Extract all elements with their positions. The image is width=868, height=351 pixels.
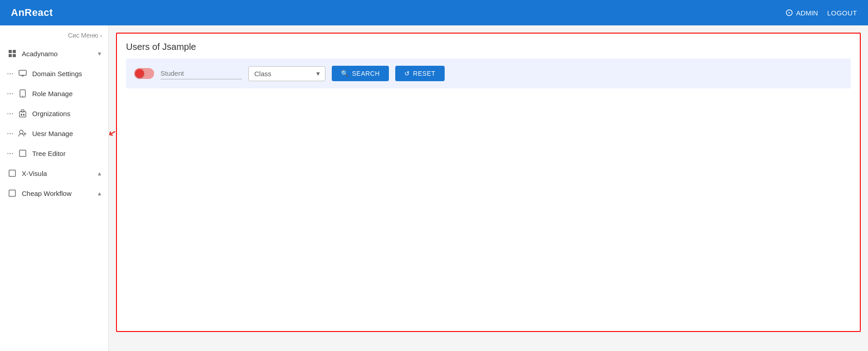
- tablet-icon: [18, 88, 28, 98]
- account-circle-icon: ⊙: [785, 7, 793, 19]
- sidebar-item-label: Orgnizations: [32, 110, 101, 117]
- search-input[interactable]: [160, 68, 242, 79]
- svg-rect-0: [9, 50, 12, 53]
- reset-icon: ↺: [404, 70, 410, 77]
- svg-rect-12: [23, 114, 24, 116]
- sidebar-item-tree-editor[interactable]: Tree Editor: [0, 143, 108, 163]
- dots-icon: [7, 113, 13, 114]
- chevron-up-icon: ▴: [98, 170, 101, 177]
- app-title: AnReact: [11, 7, 53, 19]
- sidebar-item-label: Cheap Workflow: [22, 190, 93, 197]
- logout-button[interactable]: LOGOUT: [827, 9, 857, 17]
- page-title: Users of Jsample: [126, 42, 851, 52]
- sidebar-item-cheap-workflow[interactable]: Cheap Workflow ▴: [0, 183, 108, 203]
- admin-label: ADMIN: [796, 9, 818, 17]
- sidebar-item-label: Domain Settings: [32, 70, 101, 78]
- sidebar-item-x-visula[interactable]: X-Visula ▴: [0, 163, 108, 183]
- header-right: ⊙ ADMIN LOGOUT: [785, 7, 857, 19]
- app-header: AnReact ⊙ ADMIN LOGOUT: [0, 0, 868, 25]
- sidebar-item-label: Tree Editor: [32, 150, 101, 157]
- sidebar-item-role-manage[interactable]: Role Manage: [0, 83, 108, 103]
- sidebar-item-domain-settings[interactable]: Domain Settings: [0, 63, 108, 83]
- main-content: Users of Jsample Class: [109, 25, 868, 351]
- dots-icon: [7, 73, 13, 74]
- class-select[interactable]: Class: [248, 66, 325, 81]
- dots-icon: [7, 153, 13, 154]
- dots-icon: [7, 93, 13, 94]
- results-area: [126, 98, 851, 288]
- sys-menu-label: Сис Меню: [68, 32, 98, 39]
- svg-rect-9: [19, 112, 26, 117]
- building-icon: [18, 108, 28, 118]
- search-button[interactable]: 🔍 SEARCH: [332, 66, 389, 81]
- content-panel: Users of Jsample Class: [116, 33, 861, 332]
- admin-section: ⊙ ADMIN: [785, 7, 818, 19]
- toggle-wrapper[interactable]: [134, 68, 154, 79]
- svg-rect-16: [9, 190, 15, 196]
- svg-rect-15: [9, 170, 15, 176]
- square-icon: [7, 168, 17, 178]
- class-select-wrapper: Class ▼: [248, 66, 325, 81]
- filter-bar: Class ▼ 🔍 SEARCH ↺ RESET: [126, 58, 851, 88]
- svg-rect-3: [13, 54, 16, 57]
- grid-icon: [7, 49, 17, 58]
- users-icon: [18, 128, 28, 138]
- chevron-down-icon: ▾: [98, 50, 101, 57]
- svg-rect-2: [9, 54, 12, 57]
- tree-icon: [18, 148, 28, 158]
- reset-button[interactable]: ↺ RESET: [395, 66, 445, 81]
- monitor-icon: [18, 68, 28, 78]
- sidebar-item-label: Uesr Manage: [32, 130, 101, 137]
- active-toggle[interactable]: [134, 68, 154, 79]
- svg-rect-11: [21, 114, 22, 116]
- svg-rect-14: [19, 150, 26, 156]
- reset-button-label: RESET: [413, 70, 435, 77]
- sidebar: Сис Меню › Acadynamo ▾: [0, 25, 109, 351]
- search-icon: 🔍: [341, 70, 349, 77]
- svg-point-13: [19, 130, 23, 134]
- toggle-track[interactable]: [134, 68, 154, 79]
- sys-menu-toggle[interactable]: Сис Меню ›: [0, 29, 108, 44]
- svg-rect-4: [19, 70, 26, 75]
- svg-point-8: [22, 96, 23, 97]
- dots-icon: [7, 133, 13, 134]
- sidebar-item-label: Role Manage: [32, 90, 101, 98]
- sidebar-item-acadynamo[interactable]: Acadynamo ▾: [0, 44, 108, 63]
- main-layout: Сис Меню › Acadynamo ▾: [0, 25, 868, 351]
- toggle-thumb: [135, 69, 144, 78]
- sidebar-item-organizations[interactable]: Orgnizations: [0, 103, 108, 123]
- sidebar-item-user-manage[interactable]: Uesr Manage ➜: [0, 123, 108, 143]
- search-button-label: SEARCH: [352, 70, 380, 77]
- sys-menu-chevron-icon: ›: [100, 32, 102, 39]
- svg-rect-1: [13, 50, 16, 53]
- square-icon: [7, 188, 17, 198]
- chevron-up-icon: ▴: [98, 190, 101, 197]
- sidebar-item-label: Acadynamo: [22, 50, 93, 58]
- svg-rect-10: [21, 110, 24, 112]
- sidebar-item-label: X-Visula: [22, 170, 93, 177]
